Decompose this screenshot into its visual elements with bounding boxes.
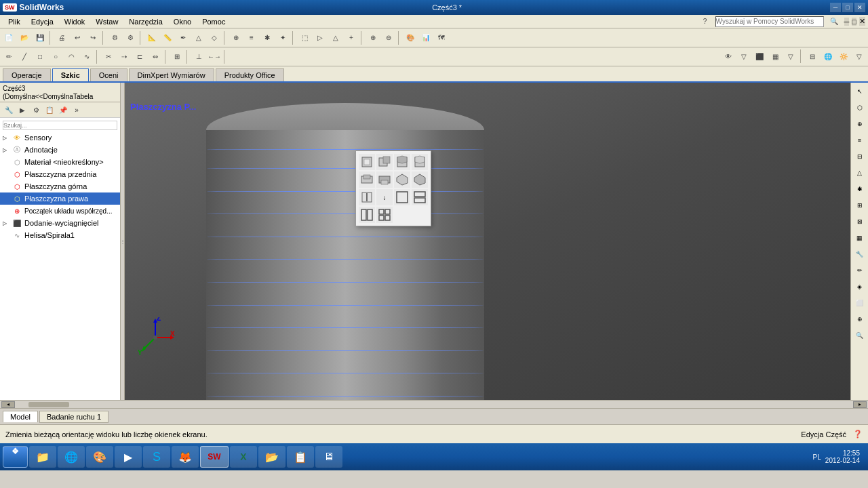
search-button[interactable]: 🔍 <box>827 14 842 29</box>
view-disp[interactable]: ▦ <box>768 49 783 64</box>
rp-btn7[interactable]: ⊞ <box>852 198 867 213</box>
view-down-arrow[interactable]: ↓ <box>376 189 393 205</box>
layout-4[interactable] <box>376 207 393 223</box>
menu-widok[interactable]: Widok <box>59 16 91 27</box>
rp-select[interactable]: ↖ <box>852 84 867 99</box>
inner-restore[interactable]: □ <box>852 18 856 26</box>
tree-item-sensory[interactable]: ▷ 👁 Sensory <box>0 131 120 144</box>
tool13[interactable]: + <box>344 30 359 45</box>
rp-btn15[interactable]: 🔍 <box>852 328 867 343</box>
inner-minimize[interactable]: ─ <box>844 18 850 26</box>
rp-btn14[interactable]: ⊕ <box>852 312 867 327</box>
featuretree-icon3[interactable]: ⚙ <box>30 104 42 116</box>
tab-motion[interactable]: Badanie ruchu 1 <box>39 411 108 423</box>
tab-szkic[interactable]: Szkic <box>52 68 89 81</box>
rp-btn9[interactable]: ▦ <box>852 230 867 245</box>
tree-item-adnotacje[interactable]: ▷ Ⓐ Adnotacje <box>0 144 120 156</box>
rp-btn4[interactable]: ⊟ <box>852 149 867 164</box>
redo-button[interactable]: ↪ <box>85 30 100 45</box>
taskbar-paint[interactable]: 🎨 <box>86 446 113 468</box>
arc-btn[interactable]: ◠ <box>64 49 79 64</box>
view1[interactable]: 🎨 <box>403 30 418 45</box>
tool3[interactable]: ✒ <box>176 30 191 45</box>
taskbar-firefox[interactable]: 🦊 <box>172 446 199 468</box>
tab-operacje[interactable]: Operacje <box>3 68 51 81</box>
scene-btn[interactable]: 🔆 <box>836 49 851 64</box>
tab-oceni[interactable]: Oceni <box>90 68 127 81</box>
scroll-thumb[interactable] <box>28 402 69 407</box>
taskbar-skype[interactable]: S <box>143 446 170 468</box>
taskbar-excel[interactable]: X <box>230 446 257 468</box>
smart-dim[interactable]: 📐 <box>144 30 159 45</box>
circle-btn[interactable]: ○ <box>48 49 63 64</box>
menu-wstaw[interactable]: Wstaw <box>90 16 123 27</box>
view-bottom[interactable] <box>376 171 393 188</box>
layout-2v[interactable] <box>359 207 375 223</box>
start-button[interactable]: ❖ <box>3 446 28 468</box>
close-button[interactable]: ✕ <box>854 3 865 12</box>
featuretree-icon2[interactable]: ▶ <box>16 104 28 116</box>
mirror-btn[interactable]: ⇔ <box>148 49 163 64</box>
extend-btn[interactable]: ⇢ <box>117 49 132 64</box>
undo-button[interactable]: ↩ <box>70 30 85 45</box>
trim-btn[interactable]: ✂ <box>101 49 116 64</box>
options-button[interactable]: ⚙ <box>123 30 138 45</box>
view-iso2[interactable] <box>412 171 428 188</box>
appear-btn[interactable]: 🌐 <box>821 49 835 64</box>
tool8[interactable]: ✱ <box>260 30 275 45</box>
tree-item-plane-top[interactable]: ⬡ Płaszczyzna górna <box>0 180 120 192</box>
taskbar-media[interactable]: ▶ <box>115 446 142 468</box>
viewport[interactable]: Płaszczyzna P... <box>125 83 850 400</box>
view-left[interactable] <box>412 154 428 170</box>
view-front[interactable] <box>359 154 375 170</box>
help-icon[interactable]: ? <box>698 14 713 29</box>
zoom-out[interactable]: ⊖ <box>381 30 396 45</box>
help-icon-status[interactable]: ❓ <box>853 430 863 439</box>
view-back[interactable] <box>376 154 393 170</box>
featuretree-icon1[interactable]: 🔧 <box>3 104 15 116</box>
tree-item-plane-front[interactable]: ⬡ Płaszczyzna przednia <box>0 168 120 180</box>
tool4[interactable]: △ <box>191 30 206 45</box>
section-btn[interactable]: ⊟ <box>805 49 820 64</box>
menu-narzedzia[interactable]: Narzędzia <box>123 16 168 27</box>
rebuild-button[interactable]: ⚙ <box>107 30 122 45</box>
tool5[interactable]: ◇ <box>207 30 222 45</box>
hscroll[interactable]: ◂ ▸ <box>0 400 868 408</box>
rp-btn1[interactable]: ⬡ <box>852 100 867 115</box>
tool7[interactable]: ≡ <box>244 30 259 45</box>
tool12[interactable]: △ <box>328 30 343 45</box>
menu-pomoc[interactable]: Pomoc <box>197 16 231 27</box>
layout-2h[interactable] <box>412 189 428 205</box>
sketch-btn[interactable]: ✏ <box>1 49 16 64</box>
rp-btn6[interactable]: ✱ <box>852 182 867 197</box>
maximize-button[interactable]: □ <box>842 3 853 12</box>
new-button[interactable]: 📄 <box>1 30 16 45</box>
tree-item-plane-right[interactable]: ⬡ Płaszczyzna prawa <box>0 192 120 205</box>
print-button[interactable]: 🖨 <box>54 30 69 45</box>
view2[interactable]: 📊 <box>418 30 433 45</box>
tab-products[interactable]: Produkty Office <box>216 68 284 81</box>
tool6[interactable]: ⊕ <box>229 30 243 45</box>
rp-btn11[interactable]: ✏ <box>852 263 867 278</box>
offset-btn[interactable]: ⊏ <box>132 49 147 64</box>
tool10[interactable]: ⬚ <box>297 30 312 45</box>
scroll-left[interactable]: ◂ <box>1 401 15 408</box>
tree-item-helix[interactable]: ∿ Helisa/Spirala1 <box>0 229 120 241</box>
line-btn[interactable]: ╱ <box>17 49 32 64</box>
inner-close[interactable]: ✕ <box>859 17 865 26</box>
shadow-btn[interactable]: ▽ <box>852 49 867 64</box>
view-normal[interactable] <box>359 189 375 205</box>
view-iso1[interactable] <box>394 171 410 188</box>
pattern-btn[interactable]: ⊞ <box>170 49 184 64</box>
featuretree-more[interactable]: » <box>71 104 83 116</box>
scroll-right[interactable]: ▸ <box>853 401 867 408</box>
tree-search-input[interactable] <box>3 121 117 130</box>
rp-btn3[interactable]: ≡ <box>852 133 867 148</box>
view3d[interactable]: ⬛ <box>752 49 767 64</box>
taskbar-app2[interactable]: 📋 <box>287 446 314 468</box>
menu-okno[interactable]: Okno <box>168 16 197 27</box>
view3[interactable]: 🗺 <box>434 30 449 45</box>
save-button[interactable]: 💾 <box>33 30 47 45</box>
tab-dimxpert[interactable]: DimXpert Wymiarów <box>129 68 214 81</box>
spline-btn[interactable]: ∿ <box>79 49 94 64</box>
